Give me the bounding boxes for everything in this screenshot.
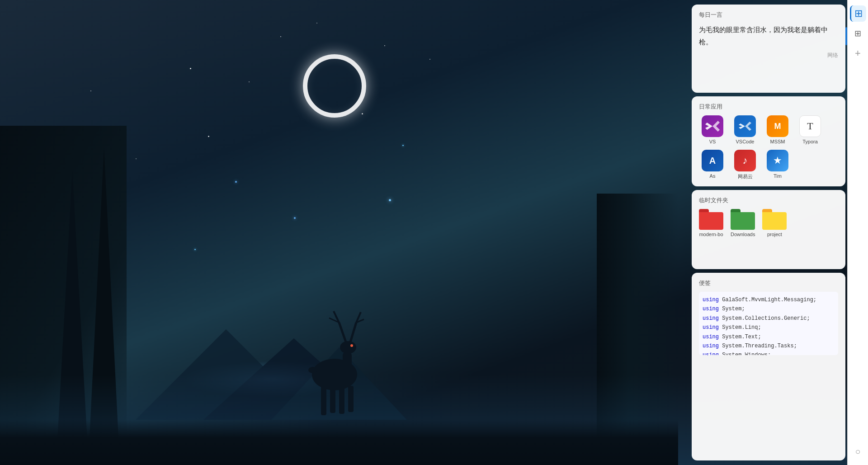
folder-label-downloads: Downloads	[731, 232, 755, 237]
folder-item-project[interactable]: project	[762, 209, 787, 237]
app-item-as[interactable]: A As	[699, 150, 726, 180]
folder-item-downloads[interactable]: Downloads	[731, 209, 755, 237]
sidebar-btn-grid[interactable]: ⊞	[850, 25, 866, 42]
right-panel: 每日一言 为毛我的眼里常含泪水，因为我老是躺着中枪。 网络 日常应用 VS	[692, 5, 845, 460]
app-label-typora: Typora	[802, 139, 818, 144]
app-item-tim[interactable]: ★ Tim	[764, 150, 791, 180]
sidebar-btn-settings[interactable]: ○	[850, 443, 866, 460]
svg-rect-8	[339, 386, 344, 414]
apps-card: 日常应用 VS VSCode	[692, 96, 845, 186]
app-item-163[interactable]: ♪ 网易云	[731, 150, 759, 180]
folder-item-modern-bo[interactable]: modern-bo	[699, 209, 723, 237]
quote-text: 为毛我的眼里常含泪水，因为我老是躺着中枪。	[699, 24, 838, 48]
deer-silhouette	[294, 293, 375, 420]
notes-content[interactable]: using GalaSoft.MvvmLight.Messaging; usin…	[699, 292, 838, 355]
app-item-vscode[interactable]: VSCode	[731, 115, 759, 144]
app-icon-vs	[702, 115, 723, 137]
quote-card: 每日一言 为毛我的眼里常含泪水，因为我老是躺着中枪。 网络	[692, 5, 845, 93]
app-label-vs: VS	[709, 139, 716, 144]
folder-icon-downloads	[731, 209, 755, 230]
app-label-tim: Tim	[774, 173, 782, 179]
app-icon-163: ♪	[734, 150, 756, 171]
app-label-vscode: VSCode	[736, 139, 755, 144]
accent-bar	[845, 27, 847, 45]
svg-rect-6	[321, 386, 326, 415]
svg-rect-7	[330, 386, 335, 413]
svg-point-10	[308, 367, 317, 373]
grass-ground	[0, 420, 678, 465]
app-label-mssm: MSSM	[770, 139, 785, 144]
svg-point-5	[340, 341, 356, 354]
quote-source: 网络	[699, 52, 838, 59]
app-icon-mssm: M	[767, 115, 788, 137]
notes-card: 便签 using GalaSoft.MvvmLight.Messaging; u…	[692, 273, 845, 460]
notes-card-title: 便签	[699, 279, 838, 287]
apps-card-title: 日常应用	[699, 103, 838, 111]
folder-card: 临时文件夹 modern-bo Downloads	[692, 190, 845, 269]
svg-rect-4	[343, 352, 352, 377]
quote-card-title: 每日一言	[699, 11, 838, 19]
app-icon-vscode	[734, 115, 756, 137]
moon-ring	[303, 54, 366, 118]
app-item-typora[interactable]: T Typora	[797, 115, 824, 144]
folder-label-project: project	[767, 232, 782, 237]
sidebar-btn-apps[interactable]: ⊞	[850, 5, 866, 22]
svg-line-11	[339, 323, 346, 342]
folder-icon-project	[762, 209, 787, 230]
app-icon-tim: ★	[767, 150, 788, 171]
svg-point-18	[350, 344, 353, 347]
folder-label-modern-bo: modern-bo	[699, 232, 723, 237]
app-icon-typora: T	[799, 115, 821, 137]
folder-grid: modern-bo Downloads project	[699, 209, 838, 237]
app-item-mssm[interactable]: M MSSM	[764, 115, 791, 144]
folder-card-title: 临时文件夹	[699, 196, 838, 204]
app-item-vs[interactable]: VS	[699, 115, 726, 144]
app-grid: VS VSCode M MSSM T	[699, 115, 838, 180]
app-label-163: 网易云	[738, 173, 753, 180]
svg-rect-9	[348, 386, 354, 412]
sidebar-btn-add[interactable]: +	[850, 45, 866, 62]
svg-line-15	[350, 323, 356, 342]
app-label-as: As	[710, 173, 716, 179]
app-icon-as: A	[702, 150, 723, 171]
folder-icon-modern-bo	[699, 209, 723, 230]
sidebar: ⊞ ⊞ + ○	[847, 0, 868, 465]
